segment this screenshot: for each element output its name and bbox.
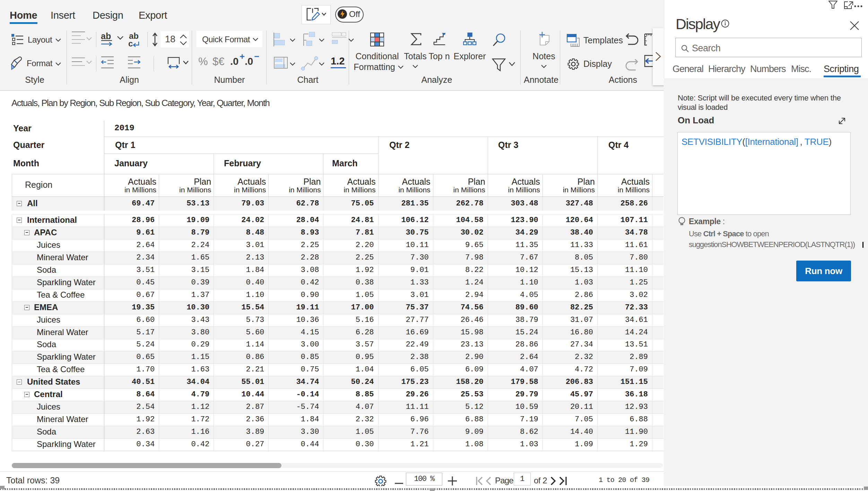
svg-text:ab: ab (101, 32, 111, 41)
svg-text:.0: .0 (230, 56, 238, 67)
svg-text:.0: .0 (245, 56, 253, 67)
svg-text:c: c (128, 39, 133, 48)
